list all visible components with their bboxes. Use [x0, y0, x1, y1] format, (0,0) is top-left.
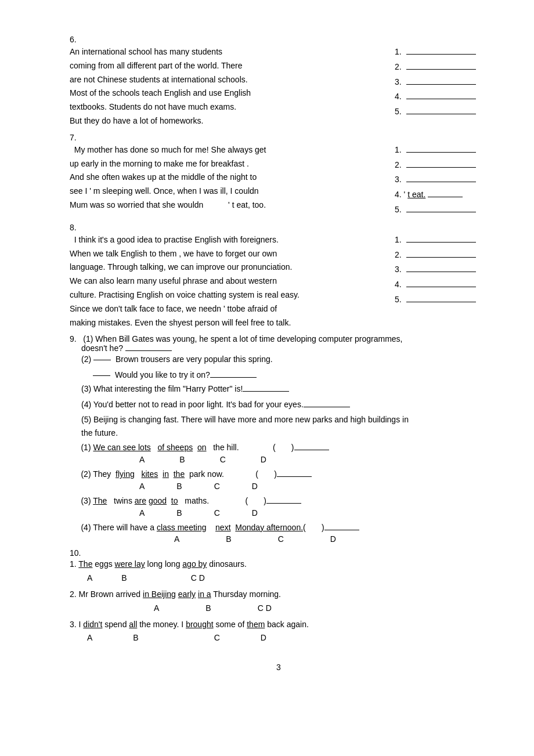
s10-item-1: 1. The eggs were lay long long ago by di…	[70, 558, 488, 585]
section-7-content: My mother has done so much for me! She a…	[70, 143, 488, 218]
blank-8-1	[406, 242, 476, 243]
blank-8-3	[406, 272, 476, 272]
section-7-passage: My mother has done so much for me! She a…	[70, 143, 383, 212]
s10-item-2: 2. Mr Brown arrived in Beijing early in …	[70, 588, 488, 616]
blank-mc-3	[266, 503, 301, 504]
s10-item-3: 3. I didn't spend all the money. I broug…	[70, 618, 488, 646]
blank-7-3	[406, 182, 476, 182]
section-7-blanks: 1. 2. 3. 4. ' t eat. 5.	[395, 143, 488, 218]
blank-7-5	[406, 212, 476, 212]
blank-6-5	[406, 114, 476, 114]
section-8-content: I think it's a good idea to practise Eng…	[70, 233, 488, 330]
section-9-num: 9. (1) When Bill Gates was young, he spe…	[70, 334, 488, 343]
blank-7-4	[428, 197, 463, 197]
blank-8-5	[406, 302, 476, 302]
section-10: 10. 1. The eggs were lay long long ago b…	[70, 548, 488, 645]
mc-item-2: (2) They flying kites in the park now. (…	[70, 468, 488, 491]
mc-item-1: (1) We can see lots of sheeps on the hil…	[70, 441, 488, 464]
section-6-passage: An international school has many student…	[70, 45, 383, 128]
blank-6-1	[406, 54, 476, 55]
mc-item-3: (3) The twins are good to maths. ( ) A B…	[70, 494, 488, 518]
section-8-blanks: 1. 2. 3. 4. 5.	[395, 233, 488, 308]
blank-7-1	[406, 152, 476, 153]
blank-mc-2	[277, 476, 312, 477]
section-6-num: 6.	[70, 35, 488, 44]
section-8-num: 8.	[70, 223, 488, 232]
blank-9-4	[304, 407, 350, 407]
section-6-blanks: 1. 2. 3. 4. 5.	[395, 45, 488, 120]
section-6-content: An international school has many student…	[70, 45, 488, 128]
section-6: 6. An international school has many stud…	[70, 35, 488, 128]
blank-9-3	[243, 391, 289, 392]
section-9: 9. (1) When Bill Gates was young, he spe…	[70, 334, 488, 544]
section-10-num: 10.	[70, 548, 488, 558]
mc-item-4: (4) There will have a class meeting next…	[70, 521, 488, 544]
section-8: 8. I think it's a good idea to practise …	[70, 223, 488, 330]
blank-mc-4	[324, 530, 359, 530]
blank-6-4	[406, 99, 476, 99]
blank-8-4	[406, 287, 476, 287]
blank-6-2	[406, 69, 476, 70]
section-8-passage: I think it's a good idea to practise Eng…	[70, 233, 383, 330]
blank-mc-1	[294, 450, 329, 450]
blank-9-1	[125, 350, 172, 351]
blank-8-2	[406, 257, 476, 258]
blank-7-2	[406, 167, 476, 168]
section-7: 7. My mother has done so much for me! Sh…	[70, 133, 488, 218]
blank-9-2	[210, 377, 257, 378]
blank-6-3	[406, 84, 476, 85]
section-7-num: 7.	[70, 133, 488, 142]
page-number: 3	[70, 663, 488, 672]
